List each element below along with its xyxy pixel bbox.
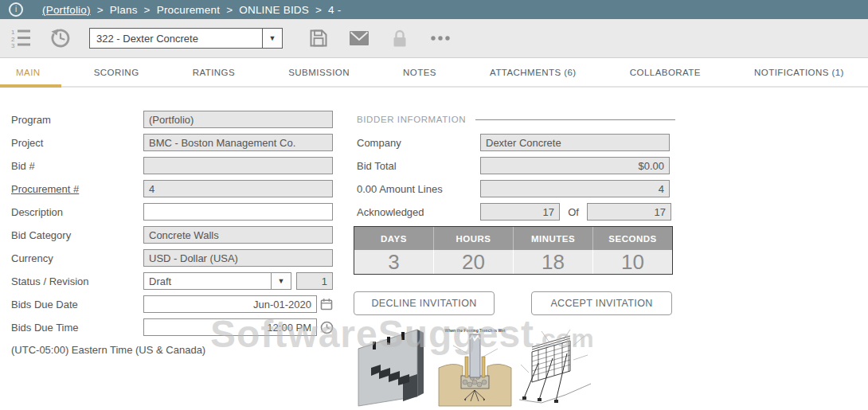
project-field[interactable] [143,134,333,151]
bid-number-label: Bid # [11,160,143,172]
section-divider [475,119,675,120]
chevron-down-icon[interactable]: ▼ [271,272,291,290]
tab-notes[interactable]: NOTES [403,58,436,86]
tab-attachments[interactable]: ATTACHMENTS (6) [490,58,577,86]
tab-scoring[interactable]: SCORING [94,58,139,86]
breadcrumb-separator: > [226,4,233,16]
tab-main[interactable]: MAIN [16,58,41,86]
countdown-seconds-header: SECONDS [592,227,672,250]
footing-diagram-caption: When the Footing Trench is Wet [437,328,513,333]
bid-category-label: Bid Category [11,229,143,241]
bids-due-date-field[interactable] [143,295,317,313]
lock-icon [389,28,410,49]
toolbar: 1 2 3 322 - Dexter Concrete ▼ [0,19,868,58]
countdown-days-header: DAYS [354,227,433,250]
footing-trench-diagram-thumbnail[interactable]: When the Footing Trench is Wet [437,320,513,408]
countdown-hours-header: HOURS [433,227,513,250]
numbered-list-icon[interactable]: 1 2 3 [11,28,32,49]
program-field[interactable] [143,111,333,128]
more-options-icon[interactable] [429,34,453,42]
revision-field[interactable] [296,272,333,290]
company-field[interactable] [480,134,670,151]
breadcrumb-plans[interactable]: Plans [110,4,138,16]
bid-number-field[interactable] [143,157,333,174]
tab-notifications[interactable]: NOTIFICATIONS (1) [754,58,844,86]
bid-form-left: Program Project Bid # Procurement # Desc… [11,111,334,342]
bidder-information-title: BIDDER INFORMATION [357,115,466,124]
record-select-value: 322 - Dexter Concrete [89,28,262,49]
bids-due-date-label: Bids Due Date [11,299,143,310]
company-label: Company [357,137,480,149]
mail-icon[interactable] [348,29,370,48]
clock-icon[interactable] [320,321,334,334]
description-field[interactable] [143,203,333,221]
timezone-note: (UTC-05:00) Eastern Time (US & Canada) [11,344,205,356]
svg-text:3: 3 [11,42,15,49]
breadcrumb-online-bids[interactable]: ONLINE BIDS [239,4,309,16]
bid-total-field[interactable] [480,157,670,174]
save-icon[interactable] [308,28,329,49]
program-label: Program [11,114,143,126]
concrete-wall-3d-thumbnail[interactable] [354,318,435,408]
procurement-number-label[interactable]: Procurement # [11,183,143,195]
countdown-minutes-header: MINUTES [513,227,592,250]
currency-label: Currency [11,252,143,264]
status-revision-label: Status / Revision [11,275,143,287]
info-icon[interactable]: i [9,2,23,17]
acknowledged-total-field[interactable] [587,203,671,221]
bidder-information-section: BIDDER INFORMATION Company Bid Total 0.0… [357,111,675,226]
breadcrumb-separator: > [144,4,151,16]
breadcrumb-procurement[interactable]: Procurement [157,4,220,16]
countdown-hours-value: 20 [433,250,513,274]
description-label: Description [11,206,143,218]
countdown-seconds-value: 10 [592,250,672,274]
history-icon[interactable] [49,27,72,49]
tab-collaborate[interactable]: COLLABORATE [630,58,701,86]
amount-lines-field[interactable] [480,180,670,197]
status-select-value: Draft [143,272,271,290]
acknowledged-count-field[interactable] [480,203,560,221]
breadcrumb-bar: i (Portfolio) > Plans > Procurement > ON… [0,0,868,19]
breadcrumb-current: 4 - [328,4,341,16]
tab-submission[interactable]: SUBMISSION [288,58,350,86]
bids-due-time-field[interactable] [143,318,317,336]
bids-due-time-label: Bids Due Time [11,322,143,334]
tab-bar: MAIN SCORING RATINGS SUBMISSION NOTES AT… [0,58,868,88]
acknowledged-label: Acknowledged [357,206,480,218]
bid-category-field[interactable] [143,226,333,244]
breadcrumb: (Portfolio) > Plans > Procurement > ONLI… [42,4,341,16]
procurement-number-field[interactable] [143,180,333,197]
accept-invitation-button[interactable]: ACCEPT INVITATION [531,291,672,315]
decline-invitation-button[interactable]: DECLINE INVITATION [354,291,495,315]
record-select[interactable]: 322 - Dexter Concrete ▼ [89,28,283,49]
currency-field[interactable] [143,249,333,267]
tab-ratings[interactable]: RATINGS [193,58,235,86]
countdown-days-value: 3 [354,250,433,274]
wall-formwork-drawing-thumbnail[interactable] [518,325,593,408]
status-select[interactable]: Draft ▼ [143,272,291,290]
breadcrumb-separator: > [97,4,104,16]
chevron-down-icon[interactable]: ▼ [262,28,283,49]
countdown-minutes-value: 18 [513,250,592,274]
bid-total-label: Bid Total [357,160,480,172]
project-label: Project [11,137,143,149]
breadcrumb-portfolio[interactable]: (Portfolio) [42,4,91,16]
amount-lines-label: 0.00 Amount Lines [357,183,480,195]
bid-countdown-timer: DAYS HOURS MINUTES SECONDS 3 20 18 10 [354,226,673,275]
breadcrumb-separator: > [315,4,322,16]
calendar-icon[interactable] [320,298,333,310]
acknowledged-of-label: Of [560,206,587,218]
